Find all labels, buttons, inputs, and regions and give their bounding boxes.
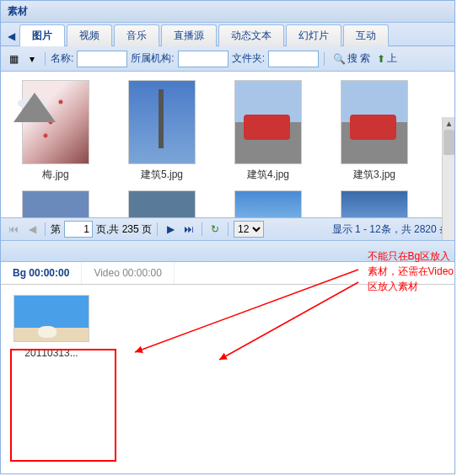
window-title: 素材 (8, 5, 28, 17)
asset-item[interactable]: 建筑3.jpg (328, 80, 421, 182)
folder-input[interactable] (268, 51, 319, 67)
asset-thumbnail (128, 80, 196, 164)
clip-thumbnail (13, 295, 89, 342)
asset-item[interactable]: 建筑1.jpg (116, 190, 208, 217)
next-page-button[interactable]: ▶ (163, 222, 178, 237)
asset-label: 建筑3.jpg (353, 168, 395, 182)
asset-item[interactable]: 建筑4.jpg (222, 80, 315, 182)
asset-thumbnail (341, 80, 408, 164)
asset-item[interactable]: 建筑5.jpg (116, 80, 208, 182)
asset-item[interactable]: 建筑2.jpg (9, 190, 102, 217)
tab-dynamic-text[interactable]: 动态文本 (218, 24, 284, 46)
up-label: 上 (387, 51, 397, 66)
refresh-button[interactable]: ↻ (207, 222, 223, 237)
view-mode-icon[interactable]: ▦ (6, 51, 21, 67)
scrollbar-thumb[interactable] (444, 130, 454, 155)
asset-thumbnail (22, 190, 89, 217)
name-input[interactable] (77, 51, 127, 67)
page-prefix-label: 第 (51, 222, 61, 237)
clip-label: 20110313... (24, 347, 78, 359)
folder-label: 文件夹: (232, 51, 265, 66)
track-tab-bg[interactable]: Bg 00:00:00 (1, 262, 82, 284)
filter-toolbar: ▦ ▾ 名称: 所属机构: 文件夹: 🔍 搜 索 ⬆ 上 (1, 46, 454, 72)
separator (45, 52, 46, 66)
tab-video[interactable]: 视频 (67, 24, 112, 46)
separator (45, 222, 46, 236)
track-clip[interactable]: 20110313... (11, 295, 92, 359)
separator (324, 52, 325, 66)
main-window: 素材 ◀ 图片 视频 音乐 直播源 动态文本 幻灯片 互动 ▦ ▾ 名称: 所属… (0, 0, 455, 474)
asset-thumbnail (341, 190, 408, 217)
name-label: 名称: (51, 51, 73, 66)
content-area: 梅.jpg 建筑5.jpg 建筑4.jpg 建筑3.jpg 建筑2.jpg (1, 72, 454, 240)
panel-splitter[interactable] (1, 240, 454, 262)
separator (202, 222, 202, 236)
track-content: 20110313... (1, 285, 454, 473)
up-icon: ⬆ (377, 53, 385, 65)
last-page-button[interactable]: ⏭ (181, 222, 196, 237)
track-tab-video[interactable]: Video 00:00:00 (82, 262, 175, 284)
prev-page-button[interactable]: ◀ (24, 222, 40, 237)
scroll-up-button[interactable]: ▲ (443, 117, 454, 130)
view-mode-dropdown[interactable]: ▾ (24, 51, 40, 67)
tabs-scroll-left[interactable]: ◀ (4, 30, 18, 45)
tab-slideshow[interactable]: 幻灯片 (286, 24, 341, 46)
asset-label: 建筑4.jpg (247, 168, 289, 182)
asset-label: 梅.jpg (42, 168, 68, 182)
search-icon: 🔍 (333, 53, 346, 65)
org-label: 所属机构: (131, 51, 174, 66)
window-titlebar: 素材 (1, 1, 454, 23)
upload-button[interactable]: ⬆ 上 (377, 51, 397, 66)
separator (157, 222, 158, 236)
asset-item[interactable] (328, 190, 421, 217)
tab-interactive[interactable]: 互动 (343, 24, 389, 46)
pagination-info: 显示 1 - 12条，共 2820 条 (332, 222, 449, 237)
asset-item[interactable] (222, 190, 315, 217)
tab-images[interactable]: 图片 (19, 24, 65, 46)
asset-thumbnail (128, 190, 196, 217)
separator (228, 222, 228, 236)
asset-label: 建筑5.jpg (141, 168, 183, 182)
tab-live-source[interactable]: 直播源 (161, 24, 217, 46)
search-button[interactable]: 🔍 搜 索 (330, 50, 374, 67)
pagesize-select[interactable]: 12 (234, 221, 264, 238)
page-number-input[interactable] (64, 221, 93, 238)
pagination-bar: ⏮ ◀ 第 页,共 235 页 ▶ ⏭ ↻ 12 显示 1 - 12条，共 28… (1, 217, 454, 240)
tab-bar: ◀ 图片 视频 音乐 直播源 动态文本 幻灯片 互动 (1, 23, 454, 46)
thumbnail-grid: 梅.jpg 建筑5.jpg 建筑4.jpg 建筑3.jpg 建筑2.jpg (1, 72, 454, 217)
asset-thumbnail (234, 80, 302, 164)
page-suffix-label: 页,共 235 页 (96, 222, 152, 237)
first-page-button[interactable]: ⏮ (6, 222, 21, 237)
asset-thumbnail (234, 190, 302, 217)
tab-music[interactable]: 音乐 (114, 24, 159, 46)
search-label: 搜 索 (347, 51, 370, 66)
org-input[interactable] (178, 51, 228, 67)
vertical-scrollbar[interactable]: ▲ ▼ (442, 117, 454, 240)
track-tab-bar: Bg 00:00:00 Video 00:00:00 (1, 262, 454, 285)
